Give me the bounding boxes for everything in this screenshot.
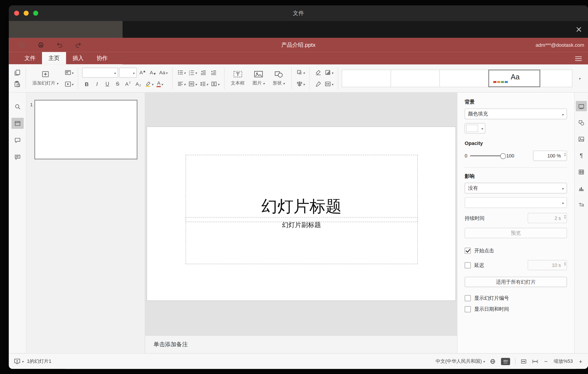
- theme-tile-selected[interactable]: Aa: [488, 69, 540, 87]
- close-traffic-light[interactable]: [14, 11, 19, 16]
- increase-indent-button[interactable]: [209, 67, 218, 77]
- search-icon[interactable]: [11, 101, 23, 112]
- theme-tile-5[interactable]: [540, 69, 572, 87]
- start-slideshow-button[interactable]: [64, 79, 74, 89]
- insert-textbox-button[interactable]: 文本框: [228, 66, 247, 90]
- notes-area[interactable]: 单击添加备注: [145, 335, 457, 353]
- document-language-icon[interactable]: [490, 358, 496, 365]
- zoom-traffic-light[interactable]: [33, 11, 38, 16]
- highlight-color-button[interactable]: [144, 79, 154, 89]
- delay-checkbox[interactable]: [465, 262, 471, 268]
- chart-settings-icon[interactable]: [576, 183, 587, 194]
- presentation-editor: 产品介绍.pptx adm***@dootask.com 文件 主页 插入 协作: [9, 38, 588, 369]
- shape-settings-icon[interactable]: [576, 117, 587, 128]
- strikethrough-button[interactable]: S: [113, 79, 122, 89]
- decrease-indent-button[interactable]: [199, 67, 208, 77]
- table-settings-icon[interactable]: [576, 167, 587, 177]
- tab-insert[interactable]: 插入: [66, 52, 90, 64]
- decrement-font-size-button[interactable]: A: [148, 67, 157, 77]
- start-on-click-checkbox[interactable]: [465, 248, 471, 254]
- opacity-input[interactable]: 100 %: [533, 151, 567, 161]
- duration-input[interactable]: 2 s: [528, 213, 567, 223]
- opacity-slider-knob[interactable]: [500, 153, 506, 159]
- slide-canvas[interactable]: 幻灯片标题 幻灯片副标题: [145, 93, 457, 335]
- theme-gallery-expand-icon[interactable]: [575, 75, 584, 81]
- font-name-select[interactable]: [82, 67, 118, 77]
- slide-size-button[interactable]: [324, 79, 334, 89]
- fit-width-icon[interactable]: [532, 358, 539, 365]
- save-icon[interactable]: [16, 39, 28, 51]
- clear-style-button[interactable]: [314, 67, 323, 77]
- horizontal-align-button[interactable]: [176, 79, 186, 89]
- arrange-shape-button[interactable]: [295, 67, 305, 77]
- spinner-icon[interactable]: [564, 214, 566, 219]
- delay-label: 延迟: [474, 262, 484, 269]
- print-icon[interactable]: [35, 39, 46, 51]
- transition-variant-select[interactable]: [465, 197, 567, 208]
- title-placeholder[interactable]: 幻灯片标题: [185, 155, 418, 222]
- transition-effect-select[interactable]: 没有: [465, 183, 567, 194]
- paste-icon[interactable]: [12, 79, 22, 89]
- subscript-button[interactable]: A2: [134, 79, 143, 89]
- spinner-icon[interactable]: [564, 261, 566, 266]
- underline-button[interactable]: U: [103, 79, 112, 89]
- chevron-down-icon: [195, 70, 197, 75]
- tab-file[interactable]: 文件: [18, 52, 42, 64]
- align-shape-button[interactable]: [295, 79, 305, 89]
- apply-to-all-slides-button[interactable]: 适用于所有幻灯片: [465, 277, 567, 287]
- redo-icon[interactable]: [73, 39, 84, 51]
- font-color-button[interactable]: A: [155, 79, 164, 89]
- superscript-button[interactable]: A2: [123, 79, 133, 89]
- add-slide-button[interactable]: 添加幻灯片: [30, 66, 61, 90]
- change-case-button[interactable]: Aa: [158, 67, 168, 77]
- slide-thumbnail[interactable]: [34, 100, 137, 159]
- theme-tile-3[interactable]: [440, 69, 489, 87]
- insert-shape-button[interactable]: 形状: [270, 66, 287, 90]
- opacity-slider[interactable]: [470, 155, 504, 156]
- undo-icon[interactable]: [54, 39, 65, 51]
- show-date-time-checkbox[interactable]: [465, 306, 471, 312]
- tab-collaboration[interactable]: 协作: [90, 52, 114, 64]
- numbering-button[interactable]: 123: [188, 67, 198, 77]
- tab-home[interactable]: 主页: [42, 52, 66, 64]
- slide-settings-icon[interactable]: [576, 101, 587, 111]
- font-size-select[interactable]: [119, 67, 137, 77]
- slide[interactable]: 幻灯片标题 幻灯片副标题: [147, 127, 455, 300]
- paragraph-settings-icon[interactable]: ¶: [576, 150, 587, 161]
- italic-button[interactable]: I: [93, 79, 102, 89]
- start-slideshow-status-icon[interactable]: [14, 358, 24, 365]
- increment-font-size-button[interactable]: A: [138, 67, 147, 77]
- slides-panel-icon[interactable]: [11, 118, 23, 129]
- bold-button[interactable]: B: [82, 79, 91, 89]
- hamburger-menu-icon[interactable]: [573, 54, 584, 63]
- copy-style-button[interactable]: [314, 79, 323, 89]
- background-fill-select[interactable]: 颜色填充: [465, 109, 567, 119]
- theme-tile-2[interactable]: [390, 69, 440, 87]
- bullets-button[interactable]: [176, 67, 186, 77]
- copy-icon[interactable]: [12, 67, 22, 77]
- chat-icon[interactable]: [11, 152, 23, 163]
- line-spacing-button[interactable]: [199, 79, 209, 89]
- theme-tile-1[interactable]: [342, 69, 391, 87]
- vertical-align-button[interactable]: [188, 79, 198, 89]
- comments-icon[interactable]: [11, 135, 23, 146]
- spinner-icon[interactable]: [564, 152, 566, 157]
- zoom-in-button[interactable]: +: [578, 358, 583, 365]
- zoom-out-button[interactable]: −: [544, 358, 548, 365]
- insert-image-button[interactable]: 图片: [250, 66, 267, 90]
- preview-button[interactable]: 预览: [465, 228, 567, 238]
- language-select[interactable]: 中文(中华人民共和国): [436, 358, 484, 365]
- close-icon[interactable]: [574, 24, 584, 35]
- slide-layout-button[interactable]: [64, 67, 74, 77]
- minimize-traffic-light[interactable]: [24, 11, 29, 16]
- textart-settings-icon[interactable]: Ta: [576, 199, 587, 210]
- show-slide-number-checkbox[interactable]: [465, 295, 471, 301]
- image-settings-icon[interactable]: [576, 134, 587, 144]
- fill-color-button[interactable]: [324, 67, 334, 77]
- background-color-picker[interactable]: [465, 123, 485, 133]
- spellcheck-icon[interactable]: abc: [501, 358, 510, 365]
- subtitle-placeholder[interactable]: 幻灯片副标题: [185, 217, 418, 264]
- delay-input[interactable]: 10 s: [528, 260, 567, 270]
- fit-slide-icon[interactable]: [521, 358, 527, 365]
- insert-columns-button[interactable]: [210, 79, 220, 89]
